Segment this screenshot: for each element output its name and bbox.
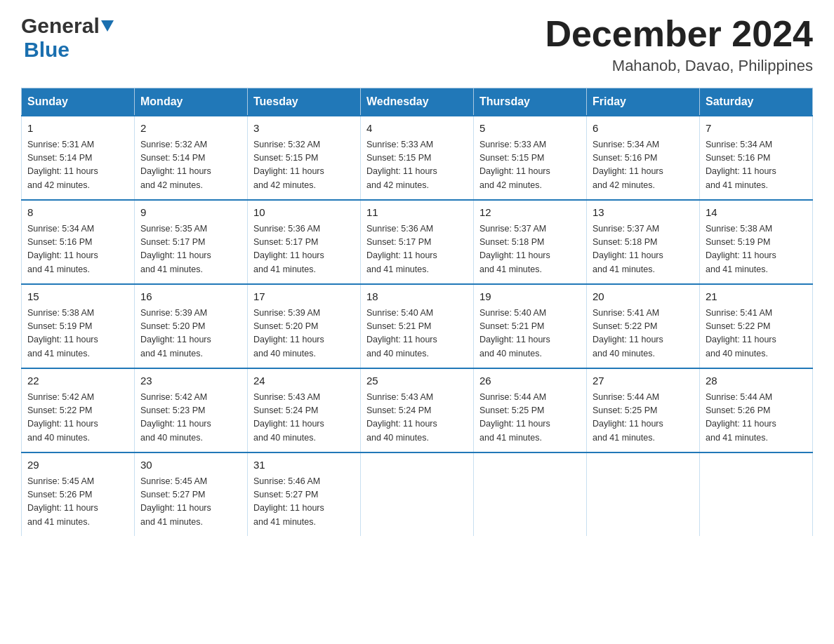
day-info: Sunrise: 5:38 AMSunset: 5:19 PMDaylight:…	[27, 307, 128, 361]
calendar-cell: 29Sunrise: 5:45 AMSunset: 5:26 PMDayligh…	[22, 452, 135, 536]
logo-general: General	[21, 14, 100, 38]
calendar-cell: 10Sunrise: 5:36 AMSunset: 5:17 PMDayligh…	[248, 200, 361, 284]
day-number: 4	[366, 121, 468, 137]
day-info: Sunrise: 5:39 AMSunset: 5:20 PMDaylight:…	[253, 307, 355, 361]
day-info: Sunrise: 5:44 AMSunset: 5:25 PMDaylight:…	[593, 391, 694, 445]
col-header-wednesday: Wednesday	[361, 88, 474, 116]
calendar-cell: 22Sunrise: 5:42 AMSunset: 5:22 PMDayligh…	[22, 368, 135, 452]
calendar-location: Mahanob, Davao, Philippines	[545, 57, 813, 75]
day-info: Sunrise: 5:36 AMSunset: 5:17 PMDaylight:…	[253, 222, 355, 277]
calendar-cell: 4Sunrise: 5:33 AMSunset: 5:15 PMDaylight…	[361, 116, 474, 200]
calendar-cell: 28Sunrise: 5:44 AMSunset: 5:26 PMDayligh…	[700, 368, 813, 452]
day-number: 20	[593, 289, 694, 305]
col-header-friday: Friday	[587, 88, 700, 116]
day-info: Sunrise: 5:32 AMSunset: 5:14 PMDaylight:…	[140, 138, 241, 193]
day-number: 5	[479, 121, 581, 137]
logo: General Blue	[21, 14, 114, 62]
day-info: Sunrise: 5:37 AMSunset: 5:18 PMDaylight:…	[593, 222, 694, 277]
logo-triangle-icon	[101, 20, 114, 32]
day-info: Sunrise: 5:42 AMSunset: 5:23 PMDaylight:…	[140, 391, 241, 445]
day-number: 30	[140, 457, 241, 474]
day-info: Sunrise: 5:41 AMSunset: 5:22 PMDaylight:…	[706, 307, 807, 361]
day-number: 2	[140, 121, 241, 137]
day-info: Sunrise: 5:43 AMSunset: 5:24 PMDaylight:…	[253, 391, 355, 445]
day-number: 12	[479, 205, 581, 221]
calendar-cell: 3Sunrise: 5:32 AMSunset: 5:15 PMDaylight…	[248, 116, 361, 200]
calendar-cell: 1Sunrise: 5:31 AMSunset: 5:14 PMDaylight…	[22, 116, 135, 200]
calendar-cell: 9Sunrise: 5:35 AMSunset: 5:17 PMDaylight…	[135, 200, 248, 284]
calendar-cell: 7Sunrise: 5:34 AMSunset: 5:16 PMDaylight…	[700, 116, 813, 200]
day-number: 6	[593, 121, 694, 137]
day-info: Sunrise: 5:46 AMSunset: 5:27 PMDaylight:…	[253, 475, 355, 530]
week-row-1: 1Sunrise: 5:31 AMSunset: 5:14 PMDaylight…	[22, 116, 813, 200]
calendar-cell: 30Sunrise: 5:45 AMSunset: 5:27 PMDayligh…	[135, 452, 248, 536]
day-info: Sunrise: 5:33 AMSunset: 5:15 PMDaylight:…	[479, 138, 581, 193]
day-info: Sunrise: 5:33 AMSunset: 5:15 PMDaylight:…	[366, 138, 468, 193]
calendar-cell	[474, 452, 587, 536]
day-info: Sunrise: 5:41 AMSunset: 5:22 PMDaylight:…	[593, 307, 694, 361]
calendar-cell: 12Sunrise: 5:37 AMSunset: 5:18 PMDayligh…	[474, 200, 587, 284]
day-number: 17	[253, 289, 355, 305]
calendar-cell: 24Sunrise: 5:43 AMSunset: 5:24 PMDayligh…	[248, 368, 361, 452]
day-info: Sunrise: 5:32 AMSunset: 5:15 PMDaylight:…	[253, 138, 355, 193]
day-number: 15	[27, 289, 128, 305]
day-number: 14	[706, 205, 807, 221]
calendar-cell: 27Sunrise: 5:44 AMSunset: 5:25 PMDayligh…	[587, 368, 700, 452]
calendar-cell: 8Sunrise: 5:34 AMSunset: 5:16 PMDaylight…	[22, 200, 135, 284]
day-number: 29	[27, 457, 128, 474]
calendar-cell: 15Sunrise: 5:38 AMSunset: 5:19 PMDayligh…	[22, 284, 135, 368]
day-info: Sunrise: 5:45 AMSunset: 5:26 PMDaylight:…	[27, 475, 128, 530]
day-info: Sunrise: 5:39 AMSunset: 5:20 PMDaylight:…	[140, 307, 241, 361]
calendar-cell: 6Sunrise: 5:34 AMSunset: 5:16 PMDaylight…	[587, 116, 700, 200]
calendar-cell: 21Sunrise: 5:41 AMSunset: 5:22 PMDayligh…	[700, 284, 813, 368]
calendar-cell	[587, 452, 700, 536]
calendar-cell: 11Sunrise: 5:36 AMSunset: 5:17 PMDayligh…	[361, 200, 474, 284]
day-info: Sunrise: 5:44 AMSunset: 5:26 PMDaylight:…	[706, 391, 807, 445]
day-info: Sunrise: 5:34 AMSunset: 5:16 PMDaylight:…	[593, 138, 694, 193]
day-number: 1	[27, 121, 128, 137]
week-row-3: 15Sunrise: 5:38 AMSunset: 5:19 PMDayligh…	[22, 284, 813, 368]
calendar-cell: 18Sunrise: 5:40 AMSunset: 5:21 PMDayligh…	[361, 284, 474, 368]
day-number: 27	[593, 373, 694, 389]
calendar-cell: 17Sunrise: 5:39 AMSunset: 5:20 PMDayligh…	[248, 284, 361, 368]
col-header-sunday: Sunday	[22, 88, 135, 116]
day-info: Sunrise: 5:40 AMSunset: 5:21 PMDaylight:…	[366, 307, 468, 361]
calendar-cell: 16Sunrise: 5:39 AMSunset: 5:20 PMDayligh…	[135, 284, 248, 368]
day-number: 22	[27, 373, 128, 389]
calendar-header-row: SundayMondayTuesdayWednesdayThursdayFrid…	[22, 88, 813, 116]
calendar-title: December 2024	[545, 14, 813, 54]
logo-blue: Blue	[24, 38, 70, 61]
day-info: Sunrise: 5:34 AMSunset: 5:16 PMDaylight:…	[27, 222, 128, 277]
calendar-cell: 2Sunrise: 5:32 AMSunset: 5:14 PMDaylight…	[135, 116, 248, 200]
day-number: 18	[366, 289, 468, 305]
week-row-4: 22Sunrise: 5:42 AMSunset: 5:22 PMDayligh…	[22, 368, 813, 452]
calendar-cell: 5Sunrise: 5:33 AMSunset: 5:15 PMDaylight…	[474, 116, 587, 200]
day-info: Sunrise: 5:36 AMSunset: 5:17 PMDaylight:…	[366, 222, 468, 277]
page-header: General Blue December 2024 Mahanob, Dava…	[21, 14, 813, 75]
calendar-cell	[361, 452, 474, 536]
day-info: Sunrise: 5:42 AMSunset: 5:22 PMDaylight:…	[27, 391, 128, 445]
day-number: 16	[140, 289, 241, 305]
day-number: 21	[706, 289, 807, 305]
day-info: Sunrise: 5:45 AMSunset: 5:27 PMDaylight:…	[140, 475, 241, 530]
day-number: 11	[366, 205, 468, 221]
week-row-2: 8Sunrise: 5:34 AMSunset: 5:16 PMDaylight…	[22, 200, 813, 284]
title-block: December 2024 Mahanob, Davao, Philippine…	[545, 14, 813, 75]
day-number: 19	[479, 289, 581, 305]
day-info: Sunrise: 5:38 AMSunset: 5:19 PMDaylight:…	[706, 222, 807, 277]
day-info: Sunrise: 5:31 AMSunset: 5:14 PMDaylight:…	[27, 138, 128, 193]
day-info: Sunrise: 5:40 AMSunset: 5:21 PMDaylight:…	[479, 307, 581, 361]
calendar-cell	[700, 452, 813, 536]
day-number: 31	[253, 457, 355, 474]
calendar-table: SundayMondayTuesdayWednesdayThursdayFrid…	[21, 88, 813, 536]
calendar-cell: 20Sunrise: 5:41 AMSunset: 5:22 PMDayligh…	[587, 284, 700, 368]
calendar-cell: 19Sunrise: 5:40 AMSunset: 5:21 PMDayligh…	[474, 284, 587, 368]
week-row-5: 29Sunrise: 5:45 AMSunset: 5:26 PMDayligh…	[22, 452, 813, 536]
day-number: 9	[140, 205, 241, 221]
day-number: 28	[706, 373, 807, 389]
day-info: Sunrise: 5:44 AMSunset: 5:25 PMDaylight:…	[479, 391, 581, 445]
day-info: Sunrise: 5:34 AMSunset: 5:16 PMDaylight:…	[706, 138, 807, 193]
day-number: 13	[593, 205, 694, 221]
day-number: 24	[253, 373, 355, 389]
col-header-thursday: Thursday	[474, 88, 587, 116]
